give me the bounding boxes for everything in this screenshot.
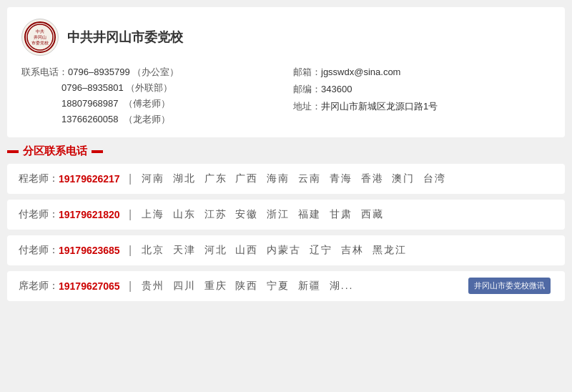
region-card-0: 程老师： 19179626217 | 河南 湖北 广东 广西 海南 云南 青海 …: [7, 164, 565, 194]
phone-2: 19179623685: [59, 245, 120, 256]
phone-row-2: 0796–8935801 （外联部）: [21, 82, 279, 94]
address-row: 地址： 井冈山市新城区龙源口路1号: [293, 100, 551, 113]
email-row: 邮箱： jgsswdx@sina.com: [293, 66, 551, 79]
section-divider: 分区联系电话: [7, 144, 565, 158]
areas-0: 河南 湖北 广东 广西 海南 云南 青海 香港 澳门 台湾: [137, 172, 446, 185]
teacher-0: 程老师：: [19, 172, 59, 185]
region-row-1: 付老师： 19179621820 | 上海 山东 江苏 安徽 浙江 福建 甘肃 …: [19, 208, 553, 221]
separator-2: |: [126, 244, 132, 257]
phone-0: 19179626217: [59, 173, 120, 185]
svg-text:中共: 中共: [36, 29, 44, 34]
region-card-2: 付老师： 19179623685 | 北京 天津 河北 山西 内蒙古 辽宁 吉林…: [7, 235, 565, 265]
phone-1: 0796–8935799 （办公室）: [68, 66, 179, 79]
divider-bar-right: [92, 150, 103, 153]
org-name: 中共井冈山市委党校: [67, 29, 183, 46]
areas-2: 北京 天津 河北 山西 内蒙古 辽宁 吉林 黑龙江: [137, 244, 406, 257]
main-info-card: 中共 井冈山 市委党校 中共井冈山市委党校 联系电话： 0796–8935799…: [7, 7, 565, 137]
address-label: 地址：: [293, 100, 321, 113]
areas-3: 贵州 四川 重庆 陕西 宁夏 新疆 湖...: [137, 280, 353, 293]
section-title: 分区联系电话: [23, 144, 87, 158]
postcode-label: 邮编：: [293, 83, 321, 96]
teacher-2: 付老师：: [19, 244, 59, 257]
email-value: jgsswdx@sina.com: [321, 67, 400, 77]
phone-label: 联系电话：: [21, 66, 68, 79]
phone-4: 13766260058 （龙老师）: [61, 113, 170, 126]
svg-text:市委党校: 市委党校: [31, 40, 49, 45]
phone-row-1: 联系电话： 0796–8935799 （办公室）: [21, 66, 279, 79]
phone-1: 19179621820: [59, 209, 120, 220]
teacher-3: 席老师：: [19, 280, 59, 293]
region-card-3: 席老师： 19179627065 | 贵州 四川 重庆 陕西 宁夏 新疆 湖..…: [7, 271, 565, 301]
email-label: 邮箱：: [293, 66, 321, 79]
postcode-row: 邮编： 343600: [293, 83, 551, 96]
header-section: 中共 井冈山 市委党校 中共井冈山市委党校: [21, 19, 551, 56]
separator-0: |: [126, 172, 132, 185]
left-col: 联系电话： 0796–8935799 （办公室） 0796–8935801 （外…: [21, 66, 279, 129]
right-col: 邮箱： jgsswdx@sina.com 邮编： 343600 地址： 井冈山市…: [293, 66, 551, 129]
region-row-2: 付老师： 19179623685 | 北京 天津 河北 山西 内蒙古 辽宁 吉林…: [19, 244, 553, 257]
phone-row-3: 18807968987 （傅老师）: [21, 97, 279, 110]
phone-row-4: 13766260058 （龙老师）: [21, 113, 279, 126]
address-value: 井冈山市新城区龙源口路1号: [321, 100, 438, 113]
phone-3: 19179627065: [59, 280, 120, 292]
phone-2: 0796–8935801 （外联部）: [61, 82, 172, 94]
svg-text:井冈山: 井冈山: [34, 35, 46, 39]
logo-inner: 中共 井冈山 市委党校: [24, 21, 56, 53]
region-card-1: 付老师： 19179621820 | 上海 山东 江苏 安徽 浙江 福建 甘肃 …: [7, 200, 565, 230]
areas-1: 上海 山东 江苏 安徽 浙江 福建 甘肃 西藏: [137, 208, 383, 221]
phone-3: 18807968987 （傅老师）: [61, 97, 170, 110]
separator-1: |: [126, 208, 132, 221]
watermark: 井冈山市委党校微讯: [468, 278, 551, 294]
divider-bar-left: [7, 150, 19, 153]
contact-grid: 联系电话： 0796–8935799 （办公室） 0796–8935801 （外…: [21, 66, 551, 129]
region-row-0: 程老师： 19179626217 | 河南 湖北 广东 广西 海南 云南 青海 …: [19, 172, 553, 185]
teacher-1: 付老师：: [19, 208, 59, 221]
logo: 中共 井冈山 市委党校: [21, 19, 59, 56]
page-container: 中共 井冈山 市委党校 中共井冈山市委党校 联系电话： 0796–8935799…: [0, 0, 572, 314]
separator-3: |: [126, 280, 132, 293]
postcode-value: 343600: [321, 84, 352, 94]
